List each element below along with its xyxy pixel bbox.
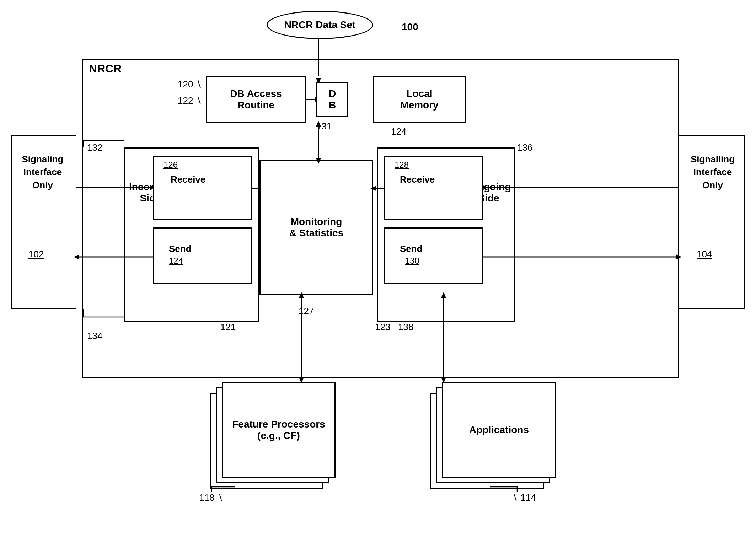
nrcr-label: NRCR: [89, 62, 122, 75]
sig-right-label: SignallingInterfaceOnly: [682, 153, 743, 192]
ref-127: 127: [299, 306, 314, 317]
ref-136: 136: [517, 142, 532, 153]
nrcr-dataset-label: NRCR Data Set: [284, 19, 356, 31]
ref-123: 123: [375, 322, 390, 333]
db-access-label: DB AccessRoutine: [230, 88, 282, 111]
ref-114: ∖ 114: [512, 492, 536, 503]
ref-124: 124: [169, 256, 183, 266]
ref-124-local: 124: [391, 126, 406, 137]
monitoring-statistics-box: Monitoring& Statistics: [259, 160, 373, 295]
send-124-box: [153, 227, 252, 284]
local-memory-box: LocalMemory: [373, 76, 466, 123]
receive-126-text: Receive: [171, 174, 205, 185]
ref-134: 134: [87, 330, 102, 342]
db-access-routine-box: DB AccessRoutine: [206, 76, 306, 123]
ref-130: 130: [405, 256, 419, 266]
nrcr-dataset-oval: NRCR Data Set: [267, 11, 373, 39]
feature-processor-box-front: Feature Processors (e.g., CF): [222, 382, 336, 478]
ref-100: 100: [402, 21, 418, 33]
sig-left-label: SignalingInterfaceOnly: [12, 153, 73, 192]
send-130-text: Send: [400, 243, 423, 254]
ref-128: 128: [395, 160, 409, 170]
db-box: DB: [316, 82, 348, 117]
ref-118: 118 ∖: [199, 492, 223, 503]
ref-122: 122 ∖: [178, 95, 202, 106]
monitoring-label: Monitoring& Statistics: [289, 216, 344, 239]
ref-121: 121: [220, 322, 236, 333]
send-124-text: Send: [169, 243, 192, 254]
ref-126: 126: [163, 160, 178, 170]
ref-138: 138: [398, 322, 413, 333]
receive-128-text: Receive: [400, 174, 435, 185]
ref-132: 132: [87, 142, 102, 153]
send-130-box: [384, 227, 483, 284]
diagram-container: NRCR Data Set 100 NRCR 120 ∖ 122 ∖ DB Ac…: [0, 0, 756, 543]
local-memory-label: LocalMemory: [400, 88, 438, 111]
ref-131: 131: [316, 121, 332, 132]
applications-box-front: Applications: [442, 382, 556, 478]
sig-right-ref: 104: [697, 249, 712, 260]
db-label: DB: [329, 88, 336, 111]
ref-120: 120 ∖: [178, 79, 202, 90]
sig-left-ref: 102: [28, 249, 44, 260]
